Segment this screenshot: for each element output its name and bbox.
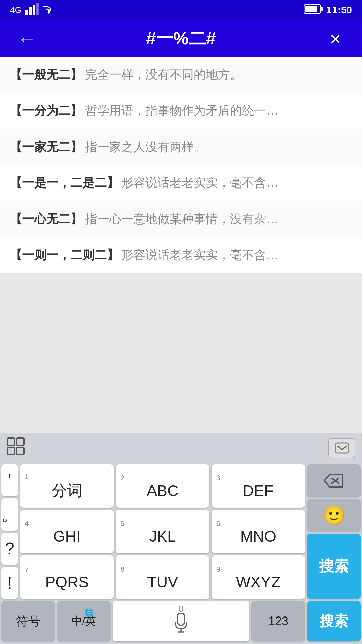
result-item-4[interactable]: 【一是一，二是二】 形容说话老老实实，毫不含… xyxy=(0,165,362,201)
numpad-123-key[interactable]: 123 xyxy=(251,601,305,641)
punct-key-period[interactable]: 。 xyxy=(1,498,18,531)
battery-icon xyxy=(304,4,323,16)
symbol-key[interactable]: 符号 xyxy=(1,601,55,641)
result-key-5: 【一心无二】 xyxy=(10,211,82,227)
keyboard-top-bar xyxy=(0,433,362,463)
punct-key-question[interactable]: ? xyxy=(1,533,18,565)
key-8-tuv[interactable]: 8 TUV xyxy=(116,555,209,599)
result-val-3: 指一家之人没有两样。 xyxy=(85,139,206,155)
punct-column: ' 。 ? ！ xyxy=(1,464,18,599)
result-item-5[interactable]: 【一心无二】 指一心一意地做某种事情，没有杂… xyxy=(0,201,362,237)
backspace-key[interactable] xyxy=(307,464,361,497)
result-key-2: 【一分为二】 xyxy=(10,102,82,119)
svg-rect-15 xyxy=(177,613,185,625)
result-val-2: 哲学用语，指事物作为矛盾的统一… xyxy=(85,102,278,119)
status-left: 4G xyxy=(10,3,55,17)
svg-rect-0 xyxy=(25,10,28,15)
key-3-def[interactable]: 3 DEF xyxy=(212,464,305,508)
signal-bars-icon xyxy=(25,3,39,17)
time-display: 11:50 xyxy=(326,4,352,16)
result-val-4: 形容说话老老实实，毫不含… xyxy=(121,174,278,191)
empty-area xyxy=(0,273,362,394)
svg-rect-11 xyxy=(335,443,349,453)
top-bar: ← #一%二# × xyxy=(0,20,362,57)
result-key-3: 【一家无二】 xyxy=(10,139,82,155)
result-val-1: 完全一样，没有不同的地方。 xyxy=(85,66,242,83)
svg-marker-12 xyxy=(324,474,343,487)
search-key[interactable]: 搜索 xyxy=(307,534,361,599)
result-val-6: 形容说话老老实实，毫不含… xyxy=(121,247,278,263)
punct-key-exclaim[interactable]: ！ xyxy=(1,567,18,599)
special-column: 🙂 搜索 xyxy=(307,464,361,599)
svg-rect-2 xyxy=(33,5,35,15)
key-7-pqrs[interactable]: 7 PQRS xyxy=(20,555,114,599)
svg-rect-7 xyxy=(7,438,15,445)
results-list: 【一般无二】 完全一样，没有不同的地方。 【一分为二】 哲学用语，指事物作为矛盾… xyxy=(0,57,362,273)
key-1-fenci[interactable]: 1 分词 xyxy=(20,464,114,508)
svg-rect-9 xyxy=(7,447,15,455)
result-item-1[interactable]: 【一般无二】 完全一样，没有不同的地方。 xyxy=(0,57,362,93)
keyboard-container: ' 。 ? ！ 1 分词 2 ABC 3 DEF 4 GHI xyxy=(0,433,362,644)
keyboard-grid-icon[interactable] xyxy=(7,437,25,459)
signal-icon: 4G xyxy=(10,5,22,15)
search-title: #一%二# xyxy=(40,27,322,50)
result-item-3[interactable]: 【一家无二】 指一家之人没有两样。 xyxy=(0,129,362,165)
svg-rect-6 xyxy=(305,6,317,12)
keyboard-collapse-button[interactable] xyxy=(328,438,355,458)
svg-rect-10 xyxy=(17,447,24,455)
key-4-ghi[interactable]: 4 GHI xyxy=(20,510,114,553)
result-val-5: 指一心一意地做某种事情，没有杂… xyxy=(85,211,278,227)
space-mic-key[interactable]: 0 xyxy=(113,601,249,641)
key-6-mno[interactable]: 6 MNO xyxy=(212,510,305,553)
result-key-4: 【一是一，二是二】 xyxy=(10,174,119,191)
numpad-grid: 1 分词 2 ABC 3 DEF 4 GHI 5 JKL 6 MNO xyxy=(20,464,305,599)
wifi-icon xyxy=(42,3,55,17)
punct-key-comma[interactable]: ' xyxy=(1,464,18,496)
back-button[interactable]: ← xyxy=(13,28,40,50)
emoji-key[interactable]: 🙂 xyxy=(307,499,361,532)
key-9-wxyz[interactable]: 9 WXYZ xyxy=(212,555,305,599)
result-key-1: 【一般无二】 xyxy=(10,66,82,83)
result-key-6: 【一则一，二则二】 xyxy=(10,247,119,263)
search-bottom-key[interactable]: 搜索 xyxy=(307,601,361,641)
status-right: 11:50 xyxy=(304,4,352,16)
key-2-abc[interactable]: 2 ABC xyxy=(116,464,209,508)
status-bar: 4G 11:50 xyxy=(0,0,362,20)
svg-rect-8 xyxy=(17,438,24,445)
keyboard-bottom-row: 符号 🌐中/英 0 123 搜索 xyxy=(0,599,362,644)
result-item-6[interactable]: 【一则一，二则二】 形容说话老老实实，毫不含… xyxy=(0,237,362,273)
keyboard-main: ' 。 ? ！ 1 分词 2 ABC 3 DEF 4 GHI xyxy=(0,463,362,599)
result-item-2[interactable]: 【一分为二】 哲学用语，指事物作为矛盾的统一… xyxy=(0,93,362,129)
svg-rect-1 xyxy=(29,7,32,15)
chinese-english-key[interactable]: 🌐中/英 xyxy=(57,601,111,641)
key-5-jkl[interactable]: 5 JKL xyxy=(116,510,209,553)
close-button[interactable]: × xyxy=(322,28,349,50)
svg-rect-5 xyxy=(321,7,323,11)
svg-rect-3 xyxy=(36,3,39,15)
